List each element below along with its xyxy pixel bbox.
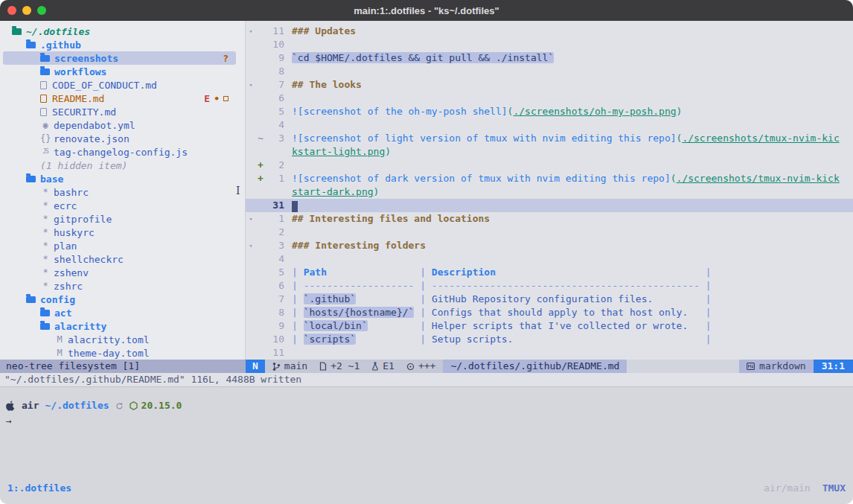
tmux-window-label[interactable]: 1:.dotfiles: [7, 482, 71, 495]
editor-line[interactable]: 6: [246, 92, 853, 105]
editor-line[interactable]: ▾ 11### Updates: [246, 25, 853, 38]
tree-item-label: .github: [40, 39, 81, 51]
tree-item-zshenv[interactable]: *zshenv: [3, 266, 236, 279]
tree-item-huskyrc[interactable]: *huskyrc: [3, 226, 236, 239]
text-run: |: [292, 267, 304, 278]
line-number: 9: [265, 319, 284, 333]
tree-item-base[interactable]: base: [3, 172, 236, 185]
editor-line[interactable]: 9| `local/bin` | Helper scripts that I'v…: [246, 319, 853, 333]
tree-item-gitprofile[interactable]: *gitprofile: [3, 212, 236, 226]
editor-line[interactable]: 8: [246, 65, 853, 78]
tree-item-alacritty-toml[interactable]: Malacritty.toml: [3, 333, 236, 346]
editor-line[interactable]: 2: [246, 226, 853, 239]
tree-item-readme-md[interactable]: README.mdE•: [3, 92, 236, 105]
tree-item-1-hidden-item[interactable]: (1 hidden item): [3, 159, 236, 172]
tree-item-ecrc[interactable]: *ecrc: [3, 199, 236, 212]
editor-line[interactable]: 4: [246, 118, 853, 132]
line-number: 1: [265, 172, 284, 185]
editor-line[interactable]: 10| `scripts` | Setup scripts. |: [246, 333, 853, 346]
tree-item-act[interactable]: act: [3, 306, 236, 319]
text-run: ![screenshot of dark version of tmux wit…: [292, 173, 671, 184]
tree-item-badges: E•: [204, 93, 236, 104]
shell-pane[interactable]: air ~/.dotfiles 20.15.0 → 1:.dotfiles ai…: [0, 386, 853, 504]
tree-item-shellcheckrc[interactable]: *shellcheckrc: [3, 252, 236, 266]
editor-line[interactable]: 4: [246, 252, 853, 266]
editor-line[interactable]: 10: [246, 38, 853, 51]
line-content: [284, 252, 853, 266]
editor-line[interactable]: +2: [246, 159, 853, 172]
text-run: `scripts`: [304, 334, 356, 345]
fold-chevron-icon[interactable]: ▾: [246, 25, 256, 38]
fold-chevron-icon[interactable]: ▾: [246, 212, 256, 226]
tree-item-alacritty[interactable]: alacritty: [3, 319, 236, 333]
toml-file-icon: M: [54, 346, 65, 360]
apple-icon: [6, 401, 16, 411]
editor-line[interactable]: 11: [246, 346, 853, 360]
tmux-statusbar: 1:.dotfiles air/main TMUX: [0, 482, 853, 495]
tree-item-bashrc[interactable]: *bashrc: [3, 185, 236, 199]
editor-line[interactable]: 6| ------------------- | ---------------…: [246, 279, 853, 293]
text-run: Path: [304, 267, 327, 278]
tree-item-plan[interactable]: *plan: [3, 239, 236, 252]
editor-line[interactable]: 5![screenshot of the oh-my-posh shell](.…: [246, 105, 853, 118]
tree-item-dotfiles[interactable]: ~/.dotfiles: [3, 25, 236, 38]
line-number: 4: [265, 118, 284, 132]
tree-item-config[interactable]: config: [3, 293, 236, 306]
editor-line[interactable]: 31: [246, 199, 853, 212]
minimize-button[interactable]: [22, 6, 31, 15]
zoom-button[interactable]: [37, 6, 46, 15]
close-button[interactable]: [7, 6, 16, 15]
tree-item-label: ~/.dotfiles: [26, 26, 90, 37]
tree-item-dependabot-yml[interactable]: ◉dependabot.yml: [3, 118, 236, 132]
fold-column: [246, 118, 256, 132]
editor-line[interactable]: ~3![screenshot of light version of tmux …: [246, 132, 853, 145]
text-run: |: [700, 267, 712, 278]
text-run: |: [414, 293, 431, 304]
diagnostic-dot-badge: •: [214, 93, 220, 104]
editor-line[interactable]: start-dark.png): [246, 185, 853, 199]
line-number: 8: [265, 65, 284, 78]
tree-item-code-of-conduct-md[interactable]: CODE_OF_CONDUCT.md: [3, 78, 236, 92]
editor-line[interactable]: ▾ 7## The looks: [246, 78, 853, 92]
tree-item-workflows[interactable]: workflows: [3, 65, 236, 78]
prompt-path: ~/.dotfiles: [45, 399, 109, 412]
tree-item-tag-changelog-config-js[interactable]: JStag-changelog-config.js: [3, 145, 236, 159]
shell-file-icon: *: [40, 212, 51, 226]
editor-line[interactable]: +1![screenshot of dark version of tmux w…: [246, 172, 853, 185]
tree-item-label: huskyrc: [54, 227, 95, 238]
tree-item-zshrc[interactable]: *zshrc: [3, 279, 236, 293]
tree-item-github[interactable]: .github: [3, 38, 236, 51]
line-content: ### Interesting folders: [284, 239, 853, 252]
editor-line[interactable]: ▾ 1## Interesting files and locations: [246, 212, 853, 226]
text-run: |: [292, 293, 304, 304]
folder-icon: [40, 55, 50, 62]
line-number: [265, 185, 284, 199]
fold-column: [246, 132, 256, 145]
text-run: | ------------------- | ----------------…: [292, 280, 712, 291]
line-content: ### Updates: [284, 25, 853, 38]
fold-chevron-icon[interactable]: ▾: [246, 78, 256, 92]
tree-item-label: tag-changelog-config.js: [54, 147, 188, 158]
folder-icon: [40, 68, 50, 75]
fold-column: [246, 199, 256, 212]
tree-item-label: theme-day.toml: [68, 348, 150, 359]
line-number: [265, 145, 284, 159]
tree-item-screenshots[interactable]: screenshots?: [3, 51, 236, 65]
shell-file-icon: *: [40, 266, 51, 279]
tree-item-theme-day-toml[interactable]: Mtheme-day.toml: [3, 346, 236, 360]
editor-line[interactable]: 8| `hosts/{hostname}/` | Configs that sh…: [246, 306, 853, 319]
folder-root-icon: [12, 28, 22, 35]
fold-column: [246, 51, 256, 65]
node-hexagon-icon: [130, 401, 138, 410]
editor-line[interactable]: 9`cd $HOME/.dotfiles && git pull && ./in…: [246, 51, 853, 65]
editor-line[interactable]: kstart-light.png): [246, 145, 853, 159]
editor-line[interactable]: 5| Path | Description |: [246, 266, 853, 279]
git-branch-name: main: [284, 360, 307, 373]
tree-item-security-md[interactable]: SECURITY.md: [3, 105, 236, 118]
editor-line[interactable]: ▾ 3### Interesting folders: [246, 239, 853, 252]
update-icon: [115, 402, 124, 410]
editor-line[interactable]: 7| `.github` | GitHub Repository configu…: [246, 293, 853, 306]
mouse-ibeam-cursor: I: [236, 185, 240, 196]
fold-chevron-icon[interactable]: ▾: [246, 239, 256, 252]
tree-item-renovate-json[interactable]: {}renovate.json: [3, 132, 236, 145]
